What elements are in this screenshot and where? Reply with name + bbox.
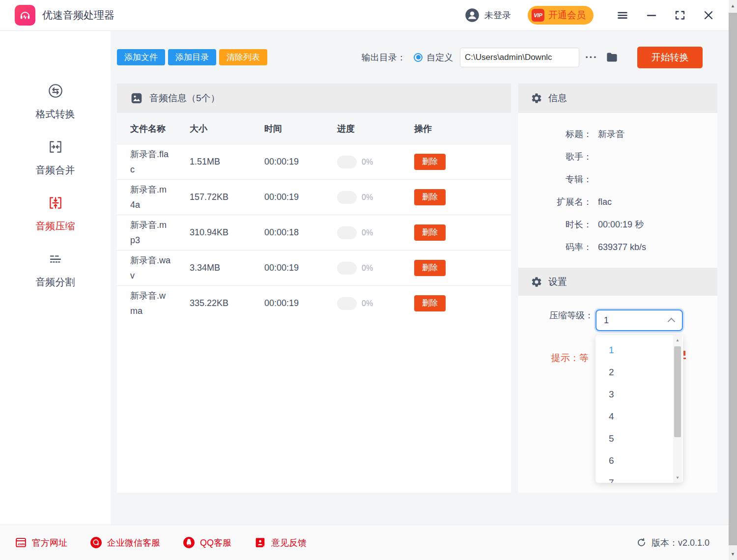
sidebar-item-format-convert[interactable]: 格式转换 [0,83,111,121]
table-row[interactable]: 新录音.m4a 157.72KB 00:00:19 0% 删除 [117,179,511,215]
add-file-button[interactable]: 添加文件 [117,49,165,65]
feedback-icon [254,536,266,549]
dropdown-scrollbar-thumb[interactable] [674,346,681,437]
table-row[interactable]: 新录音.mp3 310.94KB 00:00:18 0% 删除 [117,215,511,250]
settings-panel-title: 设置 [548,276,567,288]
format-convert-icon [47,83,64,101]
version-label: 版本：v2.0.1.0 [652,537,709,549]
delete-button[interactable]: 删除 [414,260,446,276]
column-progress: 进度 [337,123,414,135]
audio-info-icon [130,92,143,105]
dropdown-option[interactable]: 7 [595,472,683,483]
maximize-icon[interactable] [674,9,686,21]
footer-link-label: 官方网址 [32,537,67,549]
dropdown-option[interactable]: 1 [595,339,683,361]
add-directory-button[interactable]: 添加目录 [168,49,216,65]
menu-icon[interactable] [616,9,629,22]
delete-button[interactable]: 删除 [414,154,446,170]
compress-level-select[interactable]: 1 [595,309,683,331]
main-content: 添加文件 添加目录 清除列表 输出目录： 自定义 ··· 开始转换 音频信息（5… [111,31,729,525]
info-label: 专辑： [518,173,592,185]
footer-link-label: 意见反馈 [271,537,307,549]
info-value: 新录音 [598,128,624,140]
delete-button[interactable]: 删除 [414,295,446,311]
footer-link-label: 企业微信客服 [107,537,160,549]
file-name: 新录音.m4a [130,182,170,213]
files-panel-title: 音频信息（5个） [149,92,220,105]
progress-bar [337,297,357,310]
footer-link-qq-support[interactable]: QQ客服 [183,536,231,549]
open-folder-icon[interactable] [605,51,619,64]
minimize-icon[interactable] [646,9,657,21]
browse-more-button[interactable]: ··· [585,51,597,64]
start-convert-button[interactable]: 开始转换 [637,47,703,68]
table-row[interactable]: 新录音.wav 3.34MB 00:00:19 0% 删除 [117,250,511,285]
hint-text: 提示：等 [551,352,589,364]
file-time: 00:00:19 [264,263,337,273]
file-size: 310.94KB [190,227,264,238]
close-icon[interactable] [703,9,714,21]
open-vip-button[interactable]: VIP 开通会员 [528,6,594,25]
custom-dir-radio[interactable] [414,53,423,62]
headphones-icon [19,9,31,22]
window-scrollbar[interactable]: ▲ ▼ [729,0,737,560]
info-panel-header: 信息 [518,84,717,113]
window-scrollbar-thumb[interactable] [729,13,737,545]
info-value: flac [598,197,612,207]
sidebar-item-label: 音频压缩 [36,220,75,233]
dropdown-option[interactable]: 2 [595,361,683,383]
files-panel: 音频信息（5个） 文件名称 大小 时间 进度 操作 新录音.flac 1.51M… [117,84,511,493]
dropdown-option[interactable]: 5 [595,427,683,449]
table-row[interactable]: 新录音.flac 1.51MB 00:00:19 0% 删除 [117,144,511,179]
dropdown-option[interactable]: 6 [595,449,683,472]
progress-percent: 0% [362,193,373,202]
hint-text-fragment [683,350,686,363]
progress-bar [337,191,357,204]
progress-percent: 0% [362,228,373,237]
sidebar-item-audio-merge[interactable]: 音频合并 [0,139,111,177]
app-logo [15,5,35,26]
table-row[interactable]: 新录音.wma 335.22KB 00:00:19 0% 删除 [117,285,511,321]
file-name: 新录音.flac [130,147,170,177]
info-panel-title: 信息 [548,92,567,105]
delete-button[interactable]: 删除 [414,224,446,241]
file-size: 3.34MB [190,263,264,273]
chevron-up-icon [668,317,676,325]
file-name: 新录音.wav [130,253,170,283]
file-name: 新录音.wma [130,288,170,319]
login-status[interactable]: 未登录 [465,8,511,23]
scroll-down-icon[interactable]: ▼ [729,552,737,557]
sidebar-item-audio-split[interactable]: 音频分割 [0,251,111,289]
sidebar-item-label: 音频分割 [36,276,75,289]
dropdown-option[interactable]: 4 [595,405,683,427]
sidebar: 格式转换 音频合并 音频压缩 音频分割 [0,31,111,525]
output-path-input[interactable] [460,48,579,67]
footer-link-wechat-support[interactable]: 企业微信客服 [90,536,160,549]
compress-level-label: 压缩等级： [549,309,595,321]
column-size: 大小 [190,123,264,135]
footer-link-label: QQ客服 [200,537,231,549]
clear-list-button[interactable]: 清除列表 [219,49,267,65]
gear-icon [531,276,542,288]
scroll-up-icon[interactable]: ▲ [673,338,682,342]
file-time: 00:00:19 [264,157,337,167]
delete-button[interactable]: 删除 [414,189,446,205]
refresh-icon[interactable] [636,537,647,548]
footer-link-website[interactable]: .com 官方网址 [15,536,67,549]
table-header: 文件名称 大小 时间 进度 操作 [117,113,511,144]
sidebar-item-audio-compress[interactable]: 音频压缩 [0,195,111,233]
gear-icon [531,92,542,104]
info-label: 时长： [518,219,592,230]
info-label: 码率： [518,241,592,253]
file-time: 00:00:19 [264,298,337,308]
audio-merge-icon [47,139,64,157]
dropdown-option[interactable]: 3 [595,383,683,405]
app-title: 优速音频处理器 [42,8,114,22]
progress-bar [337,262,357,275]
footer-link-feedback[interactable]: 意见反馈 [254,536,307,549]
scroll-up-icon[interactable]: ▲ [729,3,737,8]
title-bar: 优速音频处理器 未登录 VIP 开通会员 [0,0,737,31]
settings-panel-header: 设置 [518,268,717,296]
dropdown-scrollbar[interactable]: ▲ ▼ [673,335,682,483]
scroll-down-icon[interactable]: ▼ [673,476,682,480]
